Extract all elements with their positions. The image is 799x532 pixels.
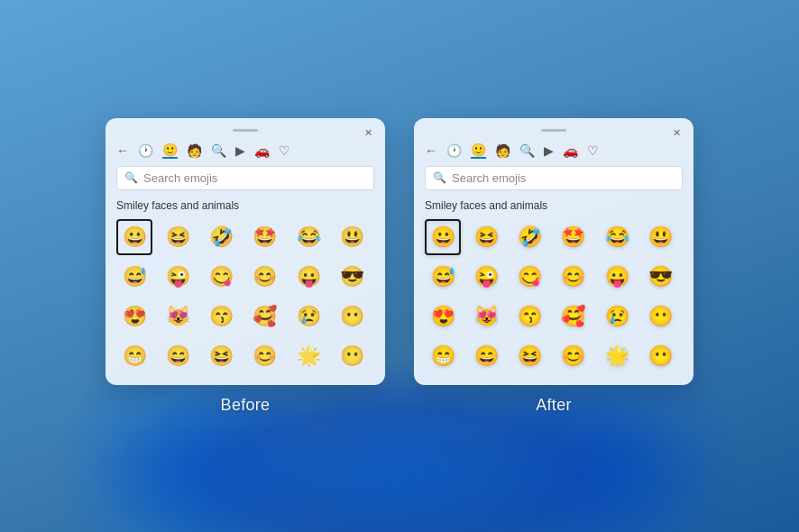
emoji-cell[interactable]: 😢	[599, 298, 635, 335]
emoji-cell[interactable]: 😆	[468, 219, 504, 255]
drag-handle	[233, 129, 258, 132]
before-panel-container: ✕ ← 🕐 🙂 🧑 🔍 ▶ 🚗 ♡ 🔍 Search emojis Smiley…	[106, 118, 385, 415]
before-titlebar: ✕	[116, 129, 374, 139]
emoji-cell[interactable]: 😙	[204, 298, 240, 335]
emoji-cell[interactable]: 😀	[116, 219, 152, 255]
emoji-cell[interactable]: 😆	[204, 338, 240, 374]
after-picker: ✕ ← 🕐 🙂 🧑 🔍 ▶ 🚗 ♡ 🔍 Search emojis Smiley…	[414, 118, 693, 385]
after-titlebar: ✕	[425, 129, 683, 139]
after-section-label: Smiley faces and animals	[425, 199, 683, 212]
emoji-cell[interactable]: 😃	[335, 219, 371, 255]
travel-icon[interactable]: 🚗	[254, 143, 270, 158]
smiley-icon[interactable]: 🙂	[162, 142, 178, 159]
close-button[interactable]: ✕	[362, 127, 374, 140]
emoji-cell[interactable]: 😜	[160, 259, 196, 295]
after-emoji-grid: 😀 😆 🤣 🤩 😂 😃 😅 😜 😋 😊 😛 😎 😍 😻 😙 🥰 😢 😶	[425, 219, 683, 374]
search-icon: 🔍	[124, 171, 138, 184]
search-nav-icon[interactable]: 🔍	[211, 143, 226, 158]
emoji-cell[interactable]: 😊	[247, 259, 283, 295]
emoji-cell[interactable]: 😻	[468, 298, 504, 335]
emoji-cell[interactable]: 😆	[512, 338, 548, 374]
emoji-cell[interactable]: 😂	[290, 219, 326, 255]
emoji-cell[interactable]: 🤣	[204, 219, 240, 255]
search-nav-icon[interactable]: 🔍	[519, 143, 535, 158]
emoji-cell[interactable]: 🌟	[290, 338, 326, 374]
emoji-cell[interactable]: 😛	[599, 259, 635, 295]
travel-icon[interactable]: 🚗	[563, 143, 578, 158]
emoji-cell[interactable]: 🌟	[599, 338, 635, 374]
flag-icon[interactable]: ▶	[544, 143, 554, 158]
emoji-cell[interactable]: 😄	[160, 338, 196, 374]
drag-handle	[541, 129, 566, 132]
emoji-cell[interactable]: 😄	[468, 338, 504, 374]
after-nav: ← 🕐 🙂 🧑 🔍 ▶ 🚗 ♡	[425, 139, 683, 166]
before-emoji-grid: 😀 😆 🤣 🤩 😂 😃 😅 😜 😋 😊 😛 😎 😍 😻 😙 🥰 😢 😶	[116, 219, 374, 374]
emoji-cell[interactable]: 😆	[160, 219, 196, 255]
after-label: After	[536, 396, 572, 415]
emoji-cell[interactable]: 😙	[512, 298, 548, 335]
flag-icon[interactable]: ▶	[235, 143, 245, 158]
emoji-cell[interactable]: 😊	[247, 338, 283, 374]
emoji-cell[interactable]: 😶	[643, 338, 679, 374]
close-button[interactable]: ✕	[670, 127, 683, 140]
emoji-cell[interactable]: 😋	[204, 259, 240, 295]
emoji-cell[interactable]: 😊	[556, 259, 592, 295]
before-search-box[interactable]: 🔍 Search emojis	[116, 166, 374, 190]
before-picker: ✕ ← 🕐 🙂 🧑 🔍 ▶ 🚗 ♡ 🔍 Search emojis Smiley…	[106, 118, 385, 385]
emoji-cell[interactable]: 😋	[512, 259, 548, 295]
after-search-placeholder: Search emojis	[452, 171, 526, 185]
emoji-cell[interactable]: 🤩	[556, 219, 592, 255]
emoji-cell[interactable]: 😅	[425, 259, 461, 295]
emoji-cell[interactable]: 😁	[425, 338, 461, 374]
emoji-cell[interactable]: 😃	[643, 219, 679, 255]
recent-icon[interactable]: 🕐	[446, 143, 462, 158]
panels-row: ✕ ← 🕐 🙂 🧑 🔍 ▶ 🚗 ♡ 🔍 Search emojis Smiley…	[106, 118, 693, 415]
emoji-cell[interactable]: 😜	[468, 259, 504, 295]
back-icon[interactable]: ←	[116, 143, 129, 158]
recent-icon[interactable]: 🕐	[138, 143, 153, 158]
emoji-cell[interactable]: 🥰	[556, 298, 592, 335]
before-label: Before	[221, 396, 271, 415]
emoji-cell[interactable]: 😀	[425, 219, 461, 255]
emoji-cell[interactable]: 😎	[643, 259, 679, 295]
emoji-cell[interactable]: 😛	[290, 259, 326, 295]
emoji-cell[interactable]: 😍	[116, 298, 152, 335]
emoji-cell[interactable]: 😎	[335, 259, 371, 295]
emoji-cell[interactable]: 😶	[643, 298, 679, 335]
before-nav: ← 🕐 🙂 🧑 🔍 ▶ 🚗 ♡	[116, 139, 374, 166]
emoji-cell[interactable]: 😁	[116, 338, 152, 374]
emoji-cell[interactable]: 😍	[425, 298, 461, 335]
heart-icon[interactable]: ♡	[279, 143, 290, 158]
emoji-cell[interactable]: 🤣	[512, 219, 548, 255]
search-icon: 🔍	[433, 171, 446, 184]
emoji-cell[interactable]: 😂	[599, 219, 635, 255]
emoji-cell[interactable]: 😢	[290, 298, 326, 335]
emoji-cell[interactable]: 🥰	[247, 298, 283, 335]
after-search-box[interactable]: 🔍 Search emojis	[425, 166, 683, 190]
before-section-label: Smiley faces and animals	[116, 199, 374, 212]
back-icon[interactable]: ←	[425, 143, 437, 158]
emoji-cell[interactable]: 😅	[116, 259, 152, 295]
before-search-placeholder: Search emojis	[143, 171, 217, 185]
emoji-cell[interactable]: 😶	[335, 298, 371, 335]
people-icon[interactable]: 🧑	[495, 143, 510, 158]
emoji-cell[interactable]: 😊	[556, 338, 592, 374]
emoji-cell[interactable]: 😶	[335, 338, 371, 374]
emoji-cell[interactable]: 😻	[160, 298, 196, 335]
after-panel-container: ✕ ← 🕐 🙂 🧑 🔍 ▶ 🚗 ♡ 🔍 Search emojis Smiley…	[414, 118, 693, 415]
people-icon[interactable]: 🧑	[187, 143, 202, 158]
smiley-icon[interactable]: 🙂	[471, 142, 486, 159]
heart-icon[interactable]: ♡	[587, 143, 599, 158]
emoji-cell[interactable]: 🤩	[247, 219, 283, 255]
